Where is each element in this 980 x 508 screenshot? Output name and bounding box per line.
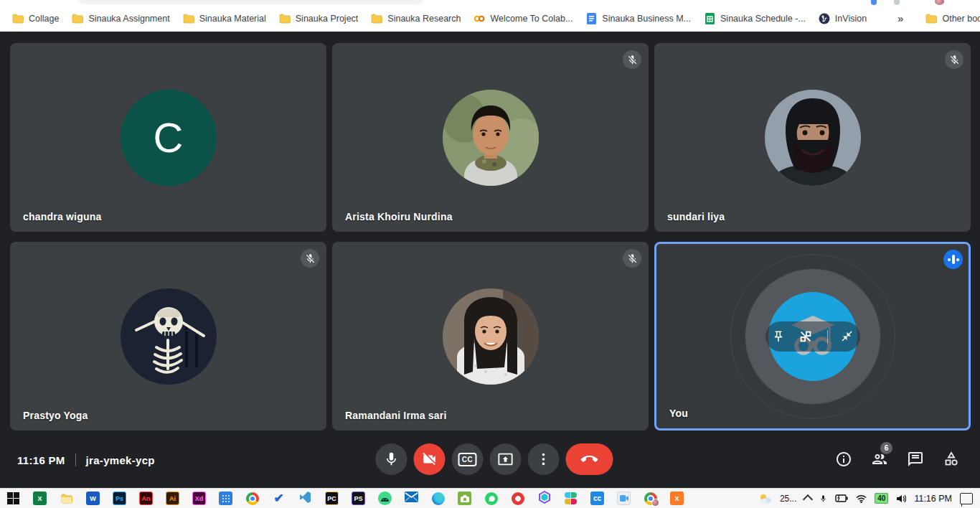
taskbar-chrome[interactable] [239,489,265,508]
taskbar-photoshop[interactable]: Ps [106,489,133,508]
remove-tile-icon[interactable] [798,329,814,344]
taskbar-pycharm[interactable]: PC [319,489,345,508]
camera-off-button[interactable] [414,443,446,475]
bookmark-sinauka-schedule[interactable]: Sinauka Schedule -... [697,9,812,28]
participant-tile-sundari[interactable]: sundari liya [654,43,971,232]
bookmark-sinauka-material[interactable]: Sinauka Material [176,9,273,28]
activities-button[interactable] [943,451,960,468]
end-call-button[interactable] [566,443,613,475]
bookmark-sinauka-assignment[interactable]: Sinauka Assignment [65,9,176,28]
tray-expand-chevron[interactable] [803,494,813,504]
taskbar-camtasia[interactable]: cc [584,489,611,508]
meeting-details-button[interactable] [835,451,852,468]
start-button[interactable] [0,489,27,508]
camtasia-icon: cc [590,491,604,505]
bookmark-sinauka-business[interactable]: Sinauka Business M... [579,9,697,28]
taskbar-camera-app[interactable] [451,489,478,508]
taskbar-android-app[interactable] [372,489,398,508]
illustrator-icon: Ai [166,491,179,505]
avatar-initial-letter: C [154,113,184,161]
chrome-profile-icon [644,492,657,505]
taskbar-calendar-app[interactable] [212,489,239,508]
participant-tile-chandra[interactable]: C chandra wiguna [10,43,326,232]
tray-battery-icon[interactable] [835,494,848,502]
action-center-icon[interactable] [960,493,973,504]
microphone-button[interactable] [376,443,407,475]
participant-tile-you[interactable]: You [654,242,971,431]
bookmarks-overflow-chevron[interactable]: » [890,12,910,24]
taskbar-animate[interactable]: An [133,489,159,508]
taskbar-xampp[interactable]: X [664,489,690,508]
taskbar-mail[interactable] [398,489,425,508]
meeting-info: 11:16 PM jra-ymek-ycp [17,453,155,466]
taskbar-edge[interactable] [425,489,451,508]
info-divider [75,453,76,466]
address-bar[interactable] [77,0,425,4]
taskbar-excel[interactable]: X [27,489,53,508]
browser-profile-avatar[interactable] [935,0,944,5]
other-bookmarks[interactable]: Other bookmarks [919,9,980,28]
chat-button[interactable] [907,451,924,468]
present-button[interactable] [490,443,522,475]
file-explorer-icon [61,493,72,504]
word-icon: W [86,491,100,505]
taskbar-phpstorm[interactable]: PS [345,489,372,508]
mail-icon [405,491,418,505]
people-button[interactable]: 6 [871,451,888,468]
extension-icon[interactable] [871,0,877,5]
screen: Collage Sinauka Assignment Sinauka Mater… [0,0,980,508]
taskbar-video-app[interactable] [611,489,637,508]
bookmark-sinauka-research[interactable]: Sinauka Research [364,9,467,28]
weather-icon[interactable] [759,494,772,504]
avatar-photo [443,288,539,385]
extension-icon[interactable] [894,0,900,5]
tray-wifi-icon[interactable] [856,494,867,503]
bookmark-invision[interactable]: InVision [812,9,873,28]
nox-player-icon [538,491,551,507]
tray-clock[interactable]: 11:16 PM [914,494,952,504]
mic-muted-indicator [623,249,641,268]
windows-logo-icon [7,492,19,504]
participant-name: Prastyo Yoga [23,410,88,421]
taskbar-todo[interactable]: ✔ [265,489,292,508]
bookmark-colab[interactable]: Welcome To Colab... [467,9,579,28]
weather-temp[interactable]: 25... [780,494,796,504]
participant-tile-arista[interactable]: Arista Khoiru Nurdina [332,43,649,232]
tray-volume-icon[interactable] [896,494,906,503]
taskbar-illustrator[interactable]: Ai [159,489,186,508]
taskbar-adobe-xd[interactable]: Xd [186,489,212,508]
mic-muted-indicator [945,50,963,69]
taskbar-word[interactable]: W [80,489,106,508]
taskbar-pinwheel-app[interactable] [557,489,584,508]
taskbar-whatsapp[interactable] [478,489,504,508]
taskbar-file-explorer[interactable] [53,489,80,508]
windows-taskbar: X W Ps An Ai Xd ✔ PC PS cc X 25... [0,488,980,508]
taskbar-chrome-profile[interactable] [637,489,664,508]
chat-icon [907,451,924,468]
taskbar-screen-recorder[interactable] [504,489,531,508]
taskbar-visual-studio[interactable] [292,489,319,508]
more-options-button[interactable] [528,443,560,475]
participant-tile-prastyo[interactable]: Prastyo Yoga [10,242,326,431]
participant-tile-ramandani[interactable]: Ramandani Irma sari [332,242,649,431]
bookmark-label: Sinauka Business M... [602,14,691,24]
bookmark-collage[interactable]: Collage [6,9,65,28]
minimize-tile-icon[interactable] [841,330,853,342]
mic-muted-indicator [623,50,641,69]
google-sheets-icon [704,13,715,24]
captions-button[interactable]: CC [452,443,484,475]
pin-icon[interactable] [772,330,785,343]
avatar-photo [443,90,539,186]
bookmark-sinauka-project[interactable]: Sinauka Project [273,9,365,28]
bookmark-label: Sinauka Project [296,14,359,24]
info-icon [835,451,852,468]
meeting-code-label: jra-ymek-ycp [86,454,155,466]
excel-icon: X [33,491,47,505]
taskbar-nox-player[interactable] [531,489,557,508]
present-to-all-icon [498,451,514,467]
captions-icon: CC [458,453,476,466]
other-bookmarks-label: Other bookmarks [942,14,980,24]
tray-mic-icon[interactable] [819,494,827,504]
participant-name: Ramandani Irma sari [345,410,447,421]
battery-percent-badge[interactable]: 40 [875,493,888,504]
